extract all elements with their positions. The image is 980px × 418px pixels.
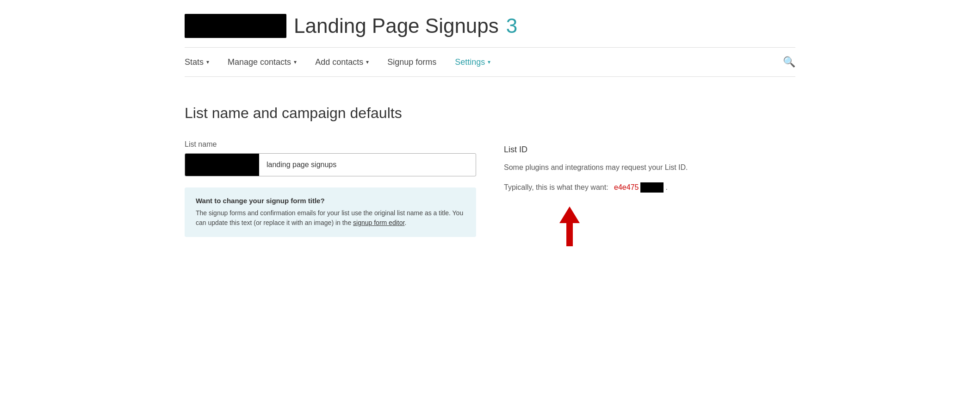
red-arrow-up — [559, 206, 580, 246]
list-id-redacted — [640, 182, 664, 193]
chevron-down-icon: ▾ — [206, 59, 209, 65]
main-nav: Stats ▾ Manage contacts ▾ Add contacts ▾… — [185, 47, 795, 77]
nav-item-stats[interactable]: Stats ▾ — [185, 49, 218, 75]
nav-item-add-contacts[interactable]: Add contacts ▾ — [306, 49, 378, 75]
list-id-label: List ID — [504, 145, 795, 155]
info-box-text-before-link: The signup forms and confirmation emails… — [196, 209, 463, 226]
nav-signup-forms-label: Signup forms — [387, 57, 436, 67]
page-title-text: Landing Page Signups — [294, 14, 499, 37]
list-name-input-wrapper — [185, 153, 476, 176]
page-header: Landing Page Signups 3 — [185, 0, 795, 47]
chevron-down-icon: ▾ — [294, 59, 297, 65]
chevron-down-icon: ▾ — [488, 59, 490, 65]
arrow-shaft — [566, 223, 573, 246]
main-content: List name and campaign defaults List nam… — [185, 95, 795, 256]
nav-manage-contacts-label: Manage contacts — [228, 57, 291, 67]
left-column: List name Want to change your signup for… — [185, 140, 476, 237]
chevron-down-icon: ▾ — [366, 59, 369, 65]
info-box-text: The signup forms and confirmation emails… — [196, 208, 465, 228]
list-id-typically-text: Typically, this is what they want: — [504, 183, 608, 192]
nav-item-settings[interactable]: Settings ▾ — [446, 49, 500, 75]
list-id-period: . — [665, 183, 667, 192]
arrow-container — [504, 206, 795, 246]
list-id-value-row: Typically, this is what they want: e4e47… — [504, 182, 795, 193]
right-column: List ID Some plugins and integrations ma… — [504, 140, 795, 246]
search-icon[interactable]: 🔍 — [783, 48, 795, 76]
nav-stats-label: Stats — [185, 57, 204, 67]
nav-item-signup-forms[interactable]: Signup forms — [378, 49, 446, 75]
list-name-label: List name — [185, 140, 476, 149]
list-id-code: e4e475 — [614, 183, 639, 192]
logo-placeholder — [185, 14, 286, 38]
list-name-input[interactable] — [259, 155, 476, 175]
nav-item-manage-contacts[interactable]: Manage contacts ▾ — [218, 49, 306, 75]
info-box: Want to change your signup form title? T… — [185, 187, 476, 237]
info-box-text-after-link: . — [404, 219, 406, 226]
nav-add-contacts-label: Add contacts — [315, 57, 363, 67]
arrow-head — [559, 206, 580, 223]
content-grid: List name Want to change your signup for… — [185, 140, 795, 246]
signup-form-editor-link[interactable]: signup form editor — [353, 219, 404, 226]
contact-count: 3 — [506, 14, 517, 37]
nav-settings-label: Settings — [455, 57, 485, 67]
list-id-description: Some plugins and integrations may reques… — [504, 162, 795, 173]
input-prefix-placeholder — [185, 154, 259, 176]
section-title: List name and campaign defaults — [185, 105, 795, 122]
info-box-title: Want to change your signup form title? — [196, 197, 465, 205]
